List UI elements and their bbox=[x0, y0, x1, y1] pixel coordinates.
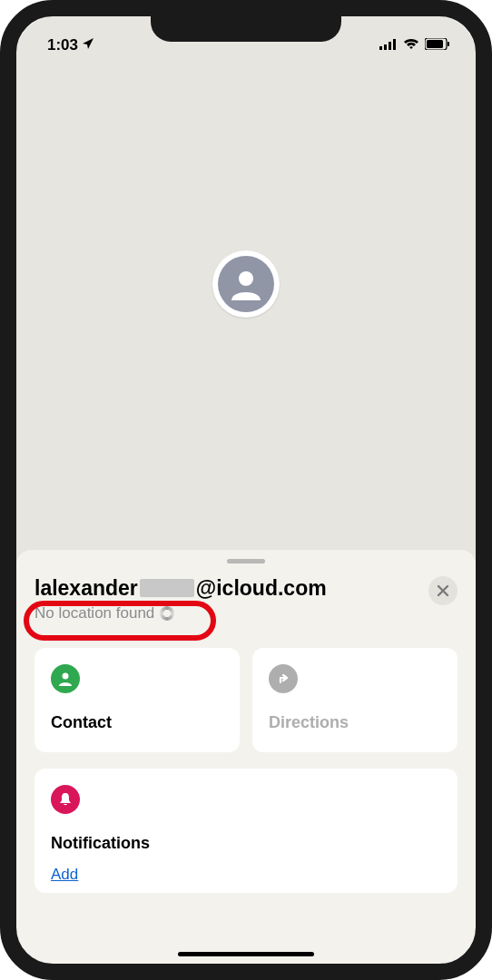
close-button[interactable] bbox=[428, 576, 458, 605]
directions-tile-label: Directions bbox=[269, 713, 441, 732]
person-icon bbox=[51, 664, 80, 693]
svg-rect-3 bbox=[389, 42, 391, 50]
detail-sheet[interactable]: lalexander@icloud.com No location found … bbox=[16, 550, 476, 964]
location-arrow-icon bbox=[82, 36, 94, 54]
wifi-icon bbox=[403, 36, 419, 54]
loading-spinner-icon bbox=[160, 606, 174, 621]
avatar-icon bbox=[218, 256, 274, 312]
battery-icon bbox=[425, 36, 450, 54]
home-indicator[interactable] bbox=[178, 952, 314, 956]
svg-point-0 bbox=[239, 271, 253, 286]
status-time: 1:03 bbox=[47, 36, 78, 54]
notifications-title: Notifications bbox=[51, 834, 441, 853]
svg-rect-7 bbox=[448, 42, 449, 46]
svg-rect-6 bbox=[427, 40, 443, 48]
contact-title: lalexander@icloud.com bbox=[34, 576, 419, 601]
directions-tile[interactable]: Directions bbox=[252, 648, 458, 752]
add-notification-link[interactable]: Add bbox=[51, 866, 78, 883]
contact-avatar-pin[interactable] bbox=[212, 250, 280, 318]
redacted-text bbox=[140, 579, 194, 597]
sheet-grabber[interactable] bbox=[227, 559, 265, 564]
contact-tile[interactable]: Contact bbox=[34, 648, 240, 752]
directions-arrow-icon bbox=[269, 664, 298, 693]
bell-icon bbox=[51, 785, 80, 814]
close-icon bbox=[437, 584, 449, 597]
svg-rect-1 bbox=[379, 46, 382, 50]
contact-tile-label: Contact bbox=[51, 713, 223, 732]
notifications-card[interactable]: Notifications Add bbox=[34, 769, 458, 893]
status-bar: 1:03 bbox=[16, 33, 476, 58]
svg-point-8 bbox=[63, 673, 69, 680]
cellular-icon bbox=[379, 36, 398, 54]
location-status-text: No location found bbox=[34, 604, 154, 622]
svg-rect-2 bbox=[384, 44, 387, 50]
svg-rect-4 bbox=[393, 39, 396, 50]
